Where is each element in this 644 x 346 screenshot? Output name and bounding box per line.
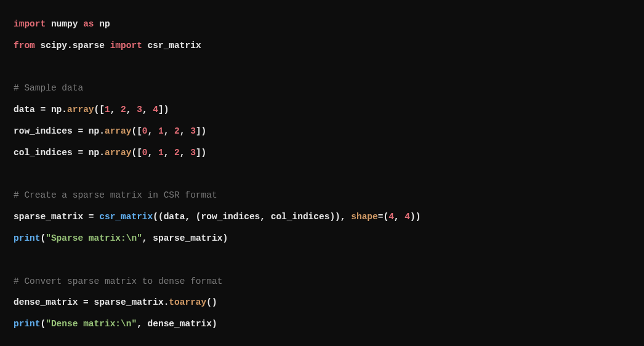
punct: , bbox=[260, 212, 270, 222]
number: 4 bbox=[405, 212, 410, 222]
keyword-from: from bbox=[14, 41, 35, 50]
argument: sparse_matrix bbox=[153, 233, 222, 243]
argument: col_indices bbox=[271, 212, 330, 222]
number: 4 bbox=[388, 212, 394, 222]
code-line: dense_matrix = sparse_matrix.toarray() bbox=[14, 297, 217, 307]
punct: ]) bbox=[196, 148, 206, 158]
punct: , bbox=[126, 105, 137, 115]
punct: ]) bbox=[158, 105, 169, 115]
punct: )), bbox=[329, 212, 351, 222]
operator: = bbox=[35, 105, 51, 115]
punct: , bbox=[110, 105, 121, 115]
variable: row_indices bbox=[14, 126, 73, 136]
number: 4 bbox=[153, 105, 158, 115]
code-line: data = np.array([1, 2, 3, 4]) bbox=[14, 105, 169, 115]
object: np. bbox=[89, 126, 105, 136]
variable: dense_matrix bbox=[14, 297, 78, 307]
number: 1 bbox=[158, 126, 164, 136]
code-block: import numpy as np from scipy.sparse imp… bbox=[14, 14, 630, 335]
punct: , bbox=[164, 126, 174, 136]
comment: # Convert sparse matrix to dense format bbox=[14, 276, 222, 286]
punct: , bbox=[142, 233, 153, 243]
method-call: array bbox=[105, 126, 132, 136]
function-call: csr_matrix bbox=[99, 212, 153, 222]
punct: ) bbox=[222, 233, 228, 243]
comment: # Create a sparse matrix in CSR format bbox=[14, 190, 217, 200]
punct: , bbox=[394, 212, 405, 222]
number: 2 bbox=[121, 105, 126, 115]
punct: , bbox=[137, 319, 147, 329]
punct: ([ bbox=[131, 126, 142, 136]
number: 2 bbox=[174, 148, 180, 158]
punct: , bbox=[148, 126, 158, 136]
punct: )) bbox=[410, 212, 421, 222]
punct: , bbox=[180, 126, 190, 136]
punct: ( bbox=[41, 319, 46, 329]
operator: = bbox=[83, 212, 99, 222]
punct: ([ bbox=[94, 105, 105, 115]
variable: col_indices bbox=[14, 148, 73, 158]
argument: dense_matrix bbox=[148, 319, 212, 329]
punct: , ( bbox=[185, 212, 201, 222]
number: 1 bbox=[105, 105, 110, 115]
number: 2 bbox=[174, 126, 180, 136]
punct: , bbox=[180, 148, 190, 158]
keyword-as: as bbox=[83, 19, 94, 29]
punct: () bbox=[206, 297, 217, 307]
variable: sparse_matrix bbox=[14, 212, 83, 222]
punct: =( bbox=[378, 212, 388, 222]
function-call: print bbox=[14, 233, 41, 243]
punct: ]) bbox=[196, 126, 206, 136]
punct: ) bbox=[212, 319, 217, 329]
comment: # Sample data bbox=[14, 83, 83, 93]
keyword-import: import bbox=[110, 41, 142, 50]
operator: = bbox=[73, 126, 89, 136]
code-line: from scipy.sparse import csr_matrix bbox=[14, 41, 201, 50]
number: 3 bbox=[190, 126, 196, 136]
punct: , bbox=[164, 148, 174, 158]
code-line: print("Dense matrix:\n", dense_matrix) bbox=[14, 319, 217, 329]
number: 3 bbox=[137, 105, 142, 115]
variable: data bbox=[14, 105, 35, 115]
number: 0 bbox=[142, 148, 148, 158]
operator: = bbox=[78, 297, 94, 307]
function-call: print bbox=[14, 319, 41, 329]
punct: ( bbox=[41, 233, 46, 243]
number: 1 bbox=[158, 148, 164, 158]
code-line: row_indices = np.array([0, 1, 2, 3]) bbox=[14, 126, 206, 136]
number: 0 bbox=[142, 126, 148, 136]
method-call: toarray bbox=[169, 297, 206, 307]
alias: np bbox=[99, 19, 110, 29]
method-call: array bbox=[67, 105, 94, 115]
number: 3 bbox=[190, 148, 196, 158]
code-line: sparse_matrix = csr_matrix((data, (row_i… bbox=[14, 212, 421, 222]
object: sparse_matrix. bbox=[94, 297, 169, 307]
object: np. bbox=[89, 148, 105, 158]
punct: (( bbox=[153, 212, 163, 222]
string: "Sparse matrix:\n" bbox=[46, 233, 142, 243]
argument: row_indices bbox=[201, 212, 260, 222]
code-line: import numpy as np bbox=[14, 19, 110, 29]
string: "Dense matrix:\n" bbox=[46, 319, 137, 329]
module-name: scipy.sparse bbox=[41, 41, 105, 50]
object: np. bbox=[51, 105, 67, 115]
punct: ([ bbox=[131, 148, 142, 158]
code-line: col_indices = np.array([0, 1, 2, 3]) bbox=[14, 148, 206, 158]
module-name: numpy bbox=[51, 19, 78, 29]
argument: data bbox=[164, 212, 185, 222]
keyword-import: import bbox=[14, 19, 46, 29]
punct: , bbox=[148, 148, 158, 158]
operator: = bbox=[73, 148, 89, 158]
punct: , bbox=[142, 105, 153, 115]
param-name: shape bbox=[351, 212, 378, 222]
method-call: array bbox=[105, 148, 132, 158]
import-name: csr_matrix bbox=[148, 41, 201, 50]
code-line: print("Sparse matrix:\n", sparse_matrix) bbox=[14, 233, 228, 243]
